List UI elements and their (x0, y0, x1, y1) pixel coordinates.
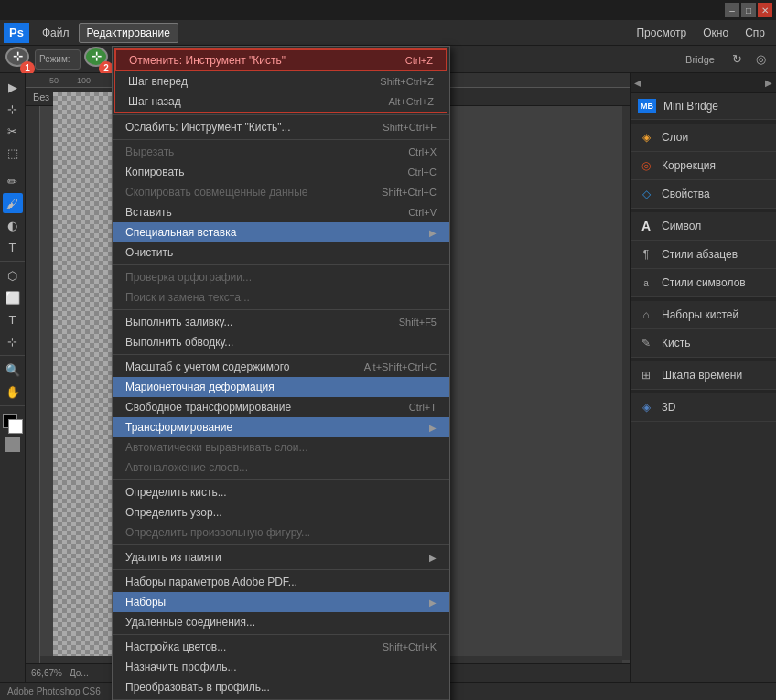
dd-auto-blend-label: Автоналожение слоев... (125, 461, 248, 474)
panel-paragraph-styles[interactable]: ¶ Стили абзацев (630, 241, 776, 269)
doc-size: До... (70, 668, 89, 678)
maximize-button[interactable]: □ (741, 3, 756, 17)
tool-gradient[interactable]: ⬡ (3, 265, 23, 285)
dd-free-transform-label: Свободное трансформирование (125, 401, 291, 414)
dd-presets[interactable]: Наборы ▶ (113, 592, 449, 612)
dd-paste-special[interactable]: Специальная вставка ▶ (113, 222, 449, 242)
layers-icon: ◈ (638, 129, 654, 145)
char-styles-icon: a (638, 275, 654, 291)
dd-copy-merged: Скопировать совмещенные данные Shift+Ctr… (113, 182, 449, 202)
mini-bridge-icon: MB (638, 99, 656, 113)
dd-fade[interactable]: Ослабить: Инструмент "Кисть"... Shift+Ct… (113, 117, 449, 137)
dd-stroke[interactable]: Выполнить обводку... (113, 332, 449, 352)
foreground-color[interactable] (3, 414, 23, 434)
timeline-icon: ⊞ (638, 367, 654, 383)
vertical-scrollbar[interactable] (622, 106, 630, 660)
ps-logo: Ps (4, 23, 29, 43)
tool-type[interactable]: T (3, 309, 23, 329)
dd-define-brush[interactable]: Определить кисть... (113, 482, 449, 502)
tool-lasso[interactable]: ✂ (3, 121, 23, 141)
panel-correction[interactable]: ◎ Коррекция (630, 152, 776, 180)
mode-dropdown[interactable]: Режим: (35, 49, 81, 70)
dd-step-back-shortcut: Alt+Ctrl+Z (388, 96, 434, 107)
dd-copy-label: Копировать (125, 166, 185, 178)
dd-step-forward-label: Шаг вперед (128, 75, 188, 88)
dd-step-forward[interactable]: Шаг вперед Shift+Ctrl+Z (115, 71, 447, 92)
dd-copy-merged-label: Скопировать совмещенные данные (125, 186, 308, 199)
dd-define-pattern[interactable]: Определить узор... (113, 502, 449, 522)
panel-symbol[interactable]: A Символ (630, 212, 776, 241)
dd-free-transform[interactable]: Свободное трансформирование Ctrl+T (113, 397, 449, 417)
panel-timeline[interactable]: ⊞ Шкала времени (630, 361, 776, 390)
dd-clear[interactable]: Очистить (113, 242, 449, 263)
dd-fill[interactable]: Выполнить заливку... Shift+F5 (113, 312, 449, 332)
correction-icon: ◎ (638, 157, 654, 174)
dd-step-back[interactable]: Шаг назад Alt+Ctrl+Z (115, 92, 447, 112)
dd-cut-label: Вырезать (125, 145, 174, 158)
menu-window[interactable]: Окно (695, 24, 736, 42)
tool-brush[interactable]: 🖌 (3, 193, 23, 213)
bridge-icon[interactable]: Bridge (677, 49, 723, 70)
dd-cut-shortcut: Ctrl+X (408, 146, 436, 157)
menu-file[interactable]: Файл (35, 24, 77, 42)
char-styles-label: Стили символов (662, 276, 746, 289)
3d-label: 3D (662, 401, 675, 414)
panel-brush[interactable]: ✎ Кисть (630, 329, 776, 358)
tool-pen[interactable]: ⬜ (3, 287, 23, 307)
tools-panel: ▶ ⊹ ✂ ⬚ ✏ 🖌 ◐ T ⬡ ⬜ T ⊹ 🔍 ✋ (0, 73, 26, 682)
tool-retouch[interactable]: ✏ (3, 171, 23, 191)
panel-3d[interactable]: ◈ 3D (630, 393, 776, 422)
dd-paste[interactable]: Вставить Ctrl+V (113, 202, 449, 222)
dropdown-menu: Отменить: Инструмент "Кисть" Ctrl+Z Шаг … (112, 46, 450, 700)
menu-view[interactable]: Просмотр (629, 24, 694, 42)
dd-paste-label: Вставить (125, 206, 172, 219)
right-panel-header: ◀ ▶ (630, 73, 776, 93)
dd-puppet-warp[interactable]: Марионеточная деформация (113, 377, 449, 397)
dd-fill-shortcut: Shift+F5 (399, 317, 436, 328)
tool-eraser[interactable]: T (3, 237, 23, 257)
dd-spell-check-label: Проверка орфографии... (125, 271, 252, 284)
dd-purge[interactable]: Удалить из памяти ▶ (113, 547, 449, 567)
dd-step-forward-shortcut: Shift+Ctrl+Z (380, 76, 434, 87)
panel-mini-bridge[interactable]: MB Mini Bridge (630, 93, 776, 120)
properties-label: Свойства (662, 188, 710, 200)
dd-fade-shortcut: Shift+Ctrl+F (383, 122, 436, 133)
dd-remote-connections[interactable]: Удаленные соединения... (113, 612, 449, 632)
dd-paste-shortcut: Ctrl+V (408, 207, 436, 218)
tool-crop[interactable]: ⬚ (3, 143, 23, 163)
dd-content-aware-shortcut: Alt+Shift+Ctrl+C (364, 361, 436, 372)
close-button[interactable]: ✕ (758, 3, 772, 17)
symbol-icon: A (638, 218, 654, 234)
dd-define-brush-label: Определить кисть... (125, 486, 227, 499)
panel-properties[interactable]: ◇ Свойства (630, 180, 776, 209)
panel-brush-sets[interactable]: ⌂ Наборы кистей (630, 301, 776, 329)
target-icon[interactable]: ◎ (750, 49, 771, 70)
tool-clone[interactable]: ◐ (3, 215, 23, 235)
tool-zoom[interactable]: 🔍 (3, 360, 23, 380)
quick-mask[interactable] (5, 437, 20, 452)
dd-transform[interactable]: Трансформирование ▶ (113, 417, 449, 437)
menu-edit[interactable]: Редактирование (79, 23, 178, 43)
panel-char-styles[interactable]: a Стили символов (630, 269, 776, 297)
dd-define-pattern-label: Определить узор... (125, 506, 222, 519)
dd-convert-profile[interactable]: Преобразовать в профиль... (113, 677, 449, 697)
tool-move[interactable]: ▶ (3, 77, 23, 97)
dd-undo[interactable]: Отменить: Инструмент "Кисть" Ctrl+Z (115, 49, 447, 71)
menu-bar: Ps Файл Редактирование Просмотр Окно Спр (0, 20, 776, 46)
right-panel: ◀ ▶ MB Mini Bridge ◈ Слои ◎ Коррекция ◇ … (630, 73, 776, 682)
menu-help[interactable]: Спр (738, 24, 772, 42)
dd-undo-label: Отменить: Инструмент "Кисть" (129, 54, 286, 67)
rotate-icon[interactable]: ↻ (727, 49, 747, 70)
dd-assign-profile[interactable]: Назначить профиль... (113, 657, 449, 677)
tool-hand[interactable]: ✋ (3, 382, 23, 402)
tool-select[interactable]: ⊹ (3, 99, 23, 119)
minimize-button[interactable]: – (725, 3, 739, 17)
dd-adobe-pdf-presets[interactable]: Наборы параметров Adobe PDF... (113, 572, 449, 592)
dd-copy[interactable]: Копировать Ctrl+C (113, 162, 449, 182)
tool-path[interactable]: ⊹ (3, 331, 23, 351)
dd-remote-label: Удаленные соединения... (125, 616, 255, 629)
dd-color-settings[interactable]: Настройка цветов... Shift+Ctrl+K (113, 637, 449, 657)
dd-content-aware-scale[interactable]: Масштаб с учетом содержимого Alt+Shift+C… (113, 357, 449, 377)
panel-layers[interactable]: ◈ Слои (630, 124, 776, 152)
dd-color-settings-label: Настройка цветов... (125, 641, 226, 653)
